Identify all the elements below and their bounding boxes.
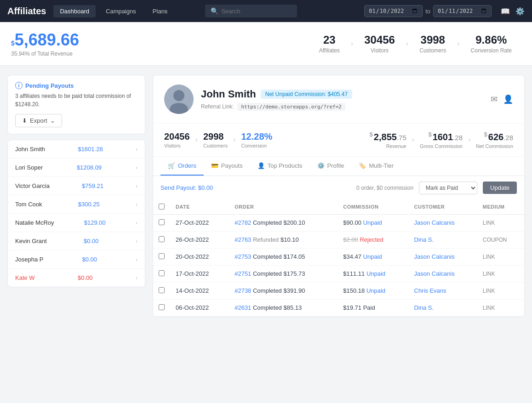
order-status: Completed <box>253 287 282 294</box>
commission-amount: $19.71 <box>343 304 361 311</box>
medium-value: COUPON <box>483 237 507 243</box>
date-to-input[interactable] <box>433 5 492 17</box>
row-checkbox[interactable] <box>159 253 165 259</box>
order-date: 20-Oct-2022 <box>170 248 229 265</box>
chevron-right-icon: › <box>136 201 137 208</box>
book-icon[interactable]: 📖 <box>501 7 510 16</box>
order-number[interactable]: #2751 <box>235 270 251 277</box>
commission-cell: $111.11 Unpaid <box>338 265 408 282</box>
order-number[interactable]: #2763 <box>235 236 251 243</box>
customer-name[interactable]: Dina S. <box>414 304 434 311</box>
profile-gross-number: $1601.28 <box>428 131 463 142</box>
profile-conversion-stat: 12.28% Conversion <box>241 131 272 148</box>
list-item[interactable]: Kevin Grant $0.00 › <box>8 232 145 250</box>
search-input[interactable] <box>221 8 286 15</box>
customer-cell: Jason Calcanis <box>409 265 477 282</box>
affiliate-amount: $300.25 <box>78 201 100 208</box>
profile-gross-label: Gross Commission <box>420 143 463 149</box>
commission-amount: $34.47 <box>343 253 361 260</box>
medium-cell: LINK <box>477 282 524 299</box>
profile-icon: ⚙️ <box>317 162 325 169</box>
row-checkbox[interactable] <box>159 287 165 293</box>
affiliate-name: Kate W <box>15 274 35 281</box>
nav-campaigns[interactable]: Campaigns <box>99 5 143 17</box>
order-number[interactable]: #2738 <box>235 287 251 294</box>
mark-as-paid-select[interactable]: Mark as Paid Mark as Unpaid <box>419 182 477 194</box>
chevron-icon: ⌄ <box>50 117 55 124</box>
commission-amount: $150.18 <box>343 287 365 294</box>
chevron-right-icon: › <box>136 220 137 226</box>
date-from-input[interactable] <box>364 5 423 17</box>
row-checkbox-cell <box>153 248 170 265</box>
chevron-right-icon: › <box>136 146 137 153</box>
order-number[interactable]: #2753 <box>235 253 251 260</box>
download-icon: ⬇ <box>22 117 27 124</box>
pending-payouts-box: i Pending Payouts 3 affiliates needs to … <box>7 75 145 134</box>
affiliate-name: Natalie McRoy <box>15 219 54 226</box>
list-item[interactable]: Victor Garcia $759.21 › <box>8 177 145 195</box>
table-row: 20-Oct-2022 #2753 Completed $174.05 $34.… <box>153 248 524 265</box>
visitors-number: 30456 <box>364 34 395 46</box>
tab-payouts[interactable]: 💳 Payouts <box>204 157 250 176</box>
tab-top-products[interactable]: 👤 Top Products <box>250 157 310 176</box>
affiliate-list: John Smith $1601.28 › Lori Soper $1208.0… <box>7 140 145 287</box>
row-checkbox[interactable] <box>159 270 165 276</box>
row-checkbox-cell <box>153 231 170 248</box>
user-icon[interactable]: 👤 <box>503 94 513 104</box>
medium-value: LINK <box>483 305 495 311</box>
tab-profile[interactable]: ⚙️ Profile <box>310 157 352 176</box>
list-item[interactable]: Lori Soper $1208.09 › <box>8 159 145 177</box>
tab-multi-tier[interactable]: 🏷️ Multi-Tier <box>351 157 401 176</box>
row-checkbox[interactable] <box>159 304 165 310</box>
customer-name[interactable]: Jason Calcanis <box>414 253 455 260</box>
search-icon: 🔍 <box>211 7 218 15</box>
profile-visitors-number: 20456 <box>164 131 190 142</box>
row-checkbox[interactable] <box>159 236 165 242</box>
tabs: 🛒 Orders 💳 Payouts 👤 Top Products ⚙️ Pro… <box>153 157 524 176</box>
medium-cell: LINK <box>477 214 524 231</box>
row-checkbox[interactable] <box>159 219 165 225</box>
send-payout-link[interactable]: Send Payout: $0.00 <box>160 184 213 191</box>
chevron-right-icon: › <box>136 183 137 189</box>
customer-name[interactable]: Chris Evans <box>414 287 446 294</box>
sidebar: i Pending Payouts 3 affiliates needs to … <box>7 75 145 317</box>
order-info: #2753 Completed $174.05 <box>229 248 338 265</box>
list-item[interactable]: Natalie McRoy $129.00 › <box>8 214 145 232</box>
affiliate-name: Kevin Grant <box>15 238 47 244</box>
row-checkbox-cell <box>153 265 170 282</box>
nav-dashboard[interactable]: Dashboard <box>53 5 96 17</box>
chevron-right-icon: › <box>136 165 137 171</box>
update-button[interactable]: Update <box>483 182 517 194</box>
list-item[interactable]: Kate W $0.00 › <box>8 269 145 287</box>
export-button[interactable]: ⬇ Export ⌄ <box>15 114 62 127</box>
customer-name[interactable]: Jason Calcanis <box>414 219 455 226</box>
list-item[interactable]: Tom Cook $300.25 › <box>8 195 145 214</box>
commission-badge: Net Unpaid Commission: $405.47 <box>261 90 352 99</box>
order-info: #2738 Completed $391.90 <box>229 282 338 299</box>
profile-net-label: Net Commission <box>476 143 513 149</box>
order-number[interactable]: #2782 <box>235 219 251 226</box>
referral-url[interactable]: https://demo.storeapps.org/?ref=2 <box>237 103 345 111</box>
email-icon[interactable]: ✉ <box>491 94 498 104</box>
list-item[interactable]: Josepha P $0.00 › <box>8 250 145 269</box>
profile-name: John Smith <box>201 88 256 100</box>
customer-cell: Dina S. <box>409 299 477 316</box>
list-item[interactable]: John Smith $1601.28 › <box>8 140 145 159</box>
profile-conversion-number: 12.28% <box>241 131 272 142</box>
nav-plans[interactable]: Plans <box>146 5 174 17</box>
customer-name[interactable]: Jason Calcanis <box>414 270 455 277</box>
table-row: 14-Oct-2022 #2738 Completed $391.90 $150… <box>153 282 524 299</box>
profile-revenue-stat: $2,855.75 Revenue <box>370 131 406 149</box>
commission-cell: $2.00 Rejected <box>338 231 408 248</box>
svg-point-1 <box>173 90 184 101</box>
customer-cell: Chris Evans <box>409 282 477 299</box>
settings-icon[interactable]: ⚙️ <box>515 7 525 16</box>
order-status: Completed <box>253 219 282 226</box>
affiliate-amount: $129.00 <box>84 219 106 226</box>
customer-name[interactable]: Dina S. <box>414 236 434 243</box>
select-all-checkbox[interactable] <box>159 204 165 210</box>
affiliate-amount: $0.00 <box>84 238 99 244</box>
profile-header: John Smith Net Unpaid Commission: $405.4… <box>153 75 524 124</box>
tab-orders[interactable]: 🛒 Orders <box>160 157 204 176</box>
order-number[interactable]: #2631 <box>235 304 251 311</box>
